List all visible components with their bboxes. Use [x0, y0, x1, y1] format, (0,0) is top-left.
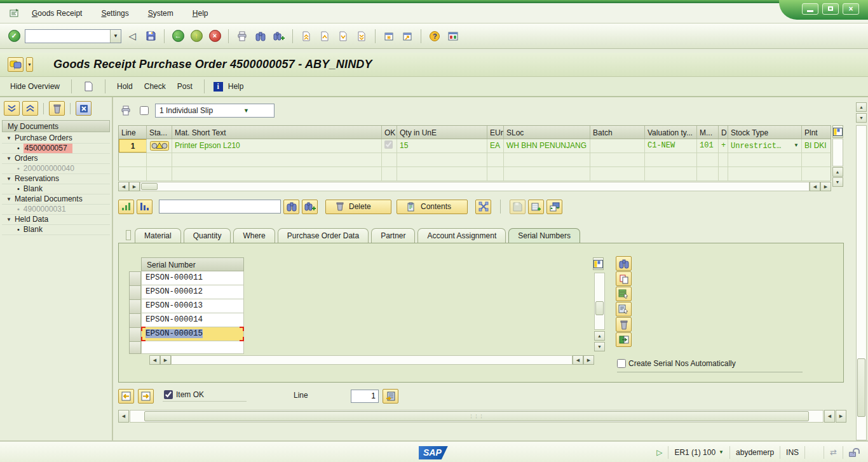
- menu-help[interactable]: Help: [193, 9, 208, 18]
- tab-quantity[interactable]: Quantity: [184, 228, 231, 243]
- tree-group-held-data[interactable]: ▼Held Data: [2, 215, 110, 225]
- hold-button[interactable]: Hold: [114, 81, 135, 92]
- serial-vscrollbar[interactable]: [594, 273, 605, 330]
- tab-account-assignment[interactable]: Account Assignment: [417, 228, 506, 243]
- item-table-hscrollbar[interactable]: ◀ ▶ ◀ ▶: [118, 182, 831, 193]
- table-settings-icon[interactable]: [832, 125, 843, 138]
- scroll-left-icon[interactable]: ◀: [810, 182, 820, 191]
- scroll-right-icon[interactable]: ▶: [129, 182, 140, 191]
- ok-checkbox[interactable]: [384, 140, 393, 149]
- table-settings-icon[interactable]: [593, 257, 604, 270]
- serial-column-header[interactable]: Serial Number: [141, 257, 244, 271]
- serial-row-3[interactable]: EPSON-000013: [141, 299, 244, 313]
- tree-item-reservation-blank[interactable]: •Blank: [2, 184, 110, 194]
- hold-data-icon[interactable]: [510, 200, 526, 214]
- transfer-values-icon[interactable]: [616, 332, 632, 347]
- scroll-right-icon[interactable]: ▶: [836, 410, 846, 423]
- hide-overview-button[interactable]: Hide Overview: [8, 81, 62, 92]
- tree-group-reservations[interactable]: ▼Reservations: [2, 174, 110, 184]
- col-eun[interactable]: EUn: [487, 126, 504, 139]
- line-number-field[interactable]: [351, 390, 379, 403]
- vscroll-track[interactable]: [856, 125, 867, 440]
- row-selector[interactable]: [129, 285, 141, 299]
- scroll-down-icon[interactable]: ▼: [856, 113, 867, 123]
- plant-cell[interactable]: BI DKI: [802, 139, 828, 153]
- col-qty[interactable]: Qty in UnE: [397, 126, 487, 139]
- main-hscroll-thumb[interactable]: ⋮⋮⋮: [144, 411, 809, 421]
- help-button[interactable]: Help: [226, 81, 247, 92]
- print-icon[interactable]: [234, 29, 250, 44]
- scroll-down-icon[interactable]: ▼: [832, 177, 843, 187]
- row-selector[interactable]: [129, 327, 141, 341]
- col-status[interactable]: Sta...: [147, 126, 172, 139]
- goto-line-icon[interactable]: [383, 389, 398, 404]
- tab-purchase-order-data[interactable]: Purchase Order Data: [278, 228, 369, 243]
- print-slip-icon[interactable]: [118, 103, 133, 118]
- system-session-cell[interactable]: ER1 (1) 100 ▼: [668, 446, 729, 459]
- status-traffic-light-icon[interactable]: [147, 139, 172, 153]
- chevron-down-icon[interactable]: ▼: [719, 449, 724, 455]
- vscroll-thumb[interactable]: [857, 358, 865, 417]
- find-icon[interactable]: [283, 200, 299, 214]
- tree-item-po-4500000057[interactable]: •4500000057: [2, 144, 110, 154]
- cancel-icon[interactable]: ×: [207, 29, 222, 44]
- status-expand-icon[interactable]: ▷: [656, 448, 662, 457]
- minimize-button[interactable]: [802, 3, 818, 15]
- last-page-icon[interactable]: [354, 29, 369, 44]
- menu-goods-receipt[interactable]: Goods Receipt: [32, 9, 82, 18]
- select-all-icon[interactable]: [616, 302, 632, 316]
- tree-group-orders[interactable]: ▼Orders: [2, 154, 110, 164]
- sloc-cell[interactable]: WH BHN PENUNJANG: [504, 139, 590, 153]
- line-cell[interactable]: 1: [119, 139, 147, 153]
- row-selector[interactable]: [129, 341, 141, 354]
- find-next-icon[interactable]: [302, 200, 318, 214]
- scroll-left-icon[interactable]: ◀: [824, 410, 835, 423]
- insert-line-icon[interactable]: [528, 200, 544, 214]
- col-movement[interactable]: M...: [697, 126, 719, 139]
- select-block-icon[interactable]: [616, 287, 632, 301]
- tree-item-held-blank[interactable]: •Blank: [2, 225, 110, 235]
- multiple-selection-icon[interactable]: [475, 200, 491, 214]
- create-serial-checkbox[interactable]: [617, 359, 626, 368]
- find-icon[interactable]: [616, 256, 632, 271]
- scroll-down-icon[interactable]: ▼: [594, 342, 605, 351]
- item-search-input[interactable]: [159, 200, 281, 214]
- close-button[interactable]: ×: [843, 3, 859, 15]
- col-plant[interactable]: Plnt: [802, 126, 828, 139]
- sort-descending-icon[interactable]: [137, 200, 153, 214]
- tab-serial-numbers[interactable]: Serial Numbers: [508, 228, 580, 243]
- expand-all-icon[interactable]: [22, 101, 38, 116]
- tab-where[interactable]: Where: [233, 228, 275, 243]
- serial-row-5-selected[interactable]: EPSON-000015: [141, 327, 244, 341]
- back-arrow-icon[interactable]: ←: [170, 29, 186, 44]
- tree-item-order-200000000040[interactable]: •200000000040: [2, 164, 110, 174]
- restore-button[interactable]: [822, 3, 839, 15]
- col-batch[interactable]: Batch: [590, 126, 645, 139]
- item-row-1[interactable]: 1 Printer Epson L210 15 EA WH BHN PENUNJ…: [118, 139, 831, 153]
- command-dropdown-icon[interactable]: ▼: [110, 30, 121, 43]
- slip-type-select[interactable]: 1 Individual Slip ▼: [155, 104, 275, 118]
- scroll-up-icon[interactable]: ▲: [594, 331, 605, 341]
- eun-cell[interactable]: EA: [487, 139, 504, 153]
- insert-mode-cell[interactable]: INS: [780, 446, 804, 459]
- col-stock-type[interactable]: Stock Type: [728, 126, 802, 139]
- exit-icon[interactable]: ↑: [189, 29, 204, 44]
- check-button[interactable]: Check: [142, 81, 168, 92]
- scroll-left-icon[interactable]: ◀: [573, 355, 583, 365]
- collapse-all-icon[interactable]: [4, 101, 20, 116]
- tab-partner[interactable]: Partner: [371, 228, 415, 243]
- scroll-right-icon[interactable]: ▶: [583, 355, 594, 365]
- help-icon[interactable]: ?: [427, 29, 442, 44]
- command-input[interactable]: [25, 30, 110, 43]
- delete-line-icon[interactable]: [616, 317, 632, 332]
- valuation-cell[interactable]: C1-NEW: [645, 139, 697, 153]
- hscroll-thumb[interactable]: [141, 183, 158, 190]
- shortcut-icon[interactable]: [400, 29, 415, 44]
- delete-document-icon[interactable]: [49, 101, 65, 116]
- services-for-object-icon[interactable]: [8, 57, 24, 72]
- batch-cell[interactable]: [590, 139, 645, 153]
- main-hscrollbar[interactable]: ◀ ⋮⋮⋮ ◀ ▶: [118, 410, 846, 423]
- find-next-icon[interactable]: [271, 29, 287, 44]
- scroll-left-icon[interactable]: ◀: [149, 355, 160, 365]
- next-item-icon[interactable]: [138, 389, 154, 404]
